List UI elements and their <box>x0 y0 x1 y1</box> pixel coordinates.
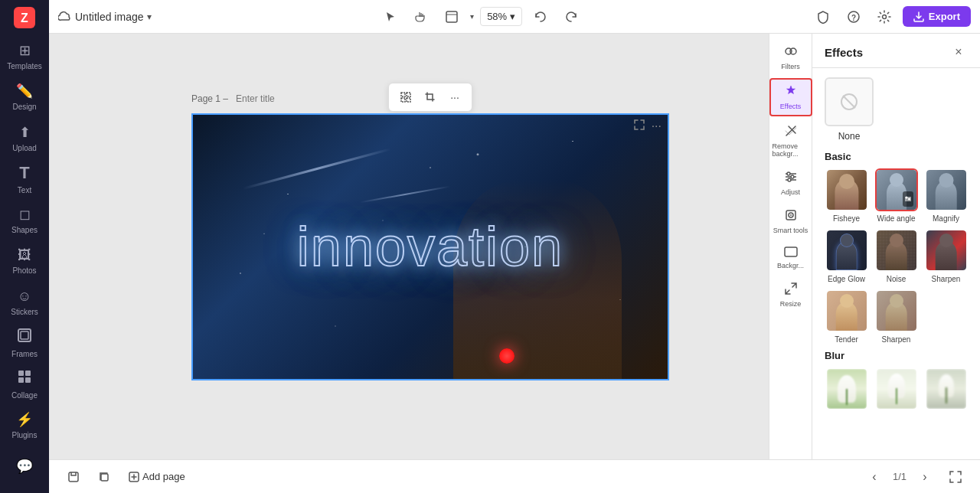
effect-fisheye-label: Fisheye <box>833 214 860 223</box>
effect-blur2[interactable] <box>874 367 918 413</box>
effect-edge-glow-label: Edge Glow <box>828 275 865 283</box>
sidebar-item-text[interactable]: T Text <box>0 158 49 200</box>
svg-text:Z: Z <box>21 11 28 24</box>
sidebar-item-label: Plugins <box>12 431 38 439</box>
title-dropdown-icon[interactable]: ▾ <box>147 11 152 22</box>
fullscreen-icon[interactable] <box>634 119 645 133</box>
svg-point-27 <box>790 214 792 216</box>
effect-noise-label: Noise <box>887 275 906 283</box>
effect-magnify[interactable]: Magnify <box>924 168 968 223</box>
export-button[interactable]: Export <box>903 6 971 27</box>
zoom-dropdown-icon[interactable]: ▾ <box>510 11 515 22</box>
svg-rect-36 <box>69 472 78 482</box>
basic-section-title: Basic <box>825 151 968 162</box>
effect-magnify-label: Magnify <box>933 214 959 223</box>
adjust-label: Adjust <box>781 188 800 196</box>
effect-none-label: None <box>838 131 861 142</box>
prev-page-button[interactable]: ‹ <box>862 465 887 489</box>
effect-fisheye[interactable]: Fisheye <box>825 168 868 223</box>
sidebar: Z ⊞ Templates ✏️ Design ⬆ Upload T Text … <box>0 0 49 493</box>
upload-icon: ⬆ <box>19 124 31 141</box>
effect-none-thumb[interactable] <box>825 77 874 126</box>
crop-button[interactable] <box>420 87 441 108</box>
effect-sharpen2-label: Sharpen <box>882 335 911 344</box>
effect-sharpen[interactable]: Sharpen <box>924 229 968 283</box>
zoom-control[interactable]: 58% ▾ <box>480 7 522 26</box>
sidebar-item-label: Photos <box>12 266 36 275</box>
effect-blur1[interactable] <box>825 367 868 413</box>
canvas-glow-orb <box>499 348 514 364</box>
right-tools-panel: Filters Effects Remove backgr... <box>769 34 812 459</box>
svg-rect-8 <box>446 11 457 22</box>
sidebar-item-templates[interactable]: ⊞ Templates <box>0 35 49 77</box>
sidebar-item-label: Upload <box>12 144 37 152</box>
layout-dropdown[interactable]: ▾ <box>470 12 474 21</box>
svg-rect-28 <box>785 247 797 256</box>
svg-point-23 <box>791 175 794 178</box>
layout-button[interactable] <box>439 5 464 29</box>
hand-tool-button[interactable] <box>409 5 433 29</box>
effect-wide-angle-label: Wide angle <box>877 214 915 223</box>
sidebar-item-frames[interactable]: Frames <box>0 323 49 364</box>
sidebar-item-shapes[interactable]: ◻ Shapes <box>0 200 49 241</box>
undo-button[interactable] <box>528 5 553 29</box>
remove-bg-tool[interactable]: Remove backgr... <box>769 119 812 162</box>
topbar: Untitled image ▾ ▾ 58% ▾ <box>49 0 980 34</box>
adjust-tool[interactable]: Adjust <box>769 165 812 201</box>
canvas-main-text[interactable]: innovation <box>297 215 564 278</box>
save-to-device-button[interactable] <box>61 465 86 489</box>
resize-tool[interactable]: Resize <box>769 277 812 312</box>
redo-button[interactable] <box>559 5 583 29</box>
sidebar-item-label: Text <box>18 186 31 194</box>
page-count: 1/1 <box>893 471 906 482</box>
effect-magnify-thumb <box>925 168 968 211</box>
more-options-button[interactable]: ··· <box>444 87 466 108</box>
effect-sharpen2[interactable]: Sharpen <box>874 289 918 344</box>
effect-blur3[interactable] <box>924 367 968 413</box>
page-title-input[interactable] <box>233 92 354 106</box>
settings-icon-btn[interactable] <box>872 5 897 29</box>
effect-blur3-thumb <box>925 367 968 410</box>
canvas-frame[interactable]: innovation ··· <box>191 113 669 380</box>
effect-edge-glow[interactable]: Edge Glow <box>825 229 868 283</box>
page-more-icon[interactable]: ··· <box>652 119 662 133</box>
sidebar-item-chat[interactable]: 💬 <box>0 446 49 487</box>
sidebar-item-design[interactable]: ✏️ Design <box>0 77 49 118</box>
effect-wide-angle[interactable]: Wide angle <box>874 168 918 223</box>
smart-tools-tool[interactable]: Smart tools <box>769 204 812 239</box>
app-logo[interactable]: Z <box>12 6 37 29</box>
effect-tender[interactable]: Tender <box>825 289 868 344</box>
svg-rect-7 <box>25 377 31 383</box>
help-icon-btn[interactable]: ? <box>841 5 866 29</box>
select-all-button[interactable] <box>395 87 416 108</box>
effect-wide-angle-thumb <box>875 168 918 211</box>
next-page-button[interactable]: › <box>913 465 937 489</box>
blur-effects-section: Blur <box>812 350 980 420</box>
svg-line-30 <box>843 96 855 108</box>
effect-noise[interactable]: Noise <box>874 229 918 283</box>
effect-tender-label: Tender <box>835 335 858 344</box>
sidebar-item-stickers[interactable]: ☺ Stickers <box>0 282 49 323</box>
svg-point-12 <box>882 15 886 18</box>
background-label: Backgr... <box>777 262 804 269</box>
sidebar-item-upload[interactable]: ⬆ Upload <box>0 118 49 159</box>
document-title[interactable]: Untitled image <box>75 11 144 23</box>
filters-tool[interactable]: Filters <box>769 40 812 75</box>
remove-bg-icon <box>784 124 798 141</box>
effects-panel-title: Effects <box>825 46 863 59</box>
fit-page-button[interactable] <box>943 465 968 489</box>
sidebar-item-collage[interactable]: Collage <box>0 364 49 405</box>
effects-close-button[interactable]: × <box>949 43 968 61</box>
shield-icon-btn[interactable] <box>811 5 835 29</box>
sidebar-item-photos[interactable]: 🖼 Photos <box>0 240 49 282</box>
background-tool[interactable]: Backgr... <box>769 242 812 274</box>
smart-tools-label: Smart tools <box>773 227 808 234</box>
duplicate-button[interactable] <box>92 465 116 489</box>
sidebar-item-plugins[interactable]: ⚡ Plugins <box>0 405 49 446</box>
effects-tool[interactable]: Effects <box>769 78 812 116</box>
photos-icon: 🖼 <box>18 247 31 263</box>
add-page-button[interactable]: Add page <box>122 468 191 485</box>
export-label: Export <box>929 11 960 22</box>
cursor-tool-button[interactable] <box>378 5 403 29</box>
document-title-area[interactable]: Untitled image ▾ <box>58 8 152 24</box>
